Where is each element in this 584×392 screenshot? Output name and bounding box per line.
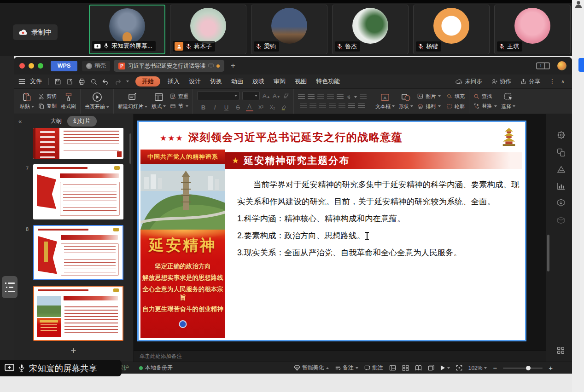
tile-participant-6[interactable]: 王琪 bbox=[494, 5, 571, 54]
tile-participant-2[interactable]: 蒋木子 bbox=[170, 5, 246, 54]
collaborate-button[interactable]: 协作 bbox=[487, 78, 515, 86]
clear-format-icon[interactable] bbox=[283, 93, 289, 99]
comments-button[interactable]: 批注 bbox=[364, 364, 383, 372]
menu-file[interactable]: 文件 bbox=[25, 77, 47, 86]
shapes-button[interactable]: 形状 bbox=[399, 93, 413, 110]
print-icon[interactable] bbox=[78, 78, 85, 85]
tab-outline[interactable]: 大纲 bbox=[50, 117, 62, 125]
notes-bar[interactable]: 单击此处添加备注 bbox=[134, 351, 546, 362]
download-tool-icon[interactable] bbox=[557, 199, 565, 208]
document-tab[interactable]: P 习近平总书记延安之行讲话导读 bbox=[114, 60, 224, 72]
collapse-ribbon-icon[interactable]: ∧ bbox=[560, 79, 567, 85]
menu-special-features[interactable]: 特色功能 bbox=[311, 77, 345, 86]
menu-view[interactable]: 视图 bbox=[290, 77, 311, 86]
new-slide-button[interactable]: 新建幻灯片 bbox=[118, 92, 147, 110]
view-reading-button[interactable] bbox=[415, 365, 422, 371]
participants-panel-icon[interactable] bbox=[574, 0, 583, 8]
text-direction-icon[interactable]: A bbox=[346, 94, 357, 100]
increase-font-icon[interactable]: A▲ bbox=[263, 92, 270, 99]
slide-thumbnail-7[interactable] bbox=[33, 164, 123, 219]
layout-switch-icon[interactable]: 1 bbox=[536, 62, 550, 69]
shape-switch-icon[interactable] bbox=[557, 148, 566, 157]
replace-button[interactable]: AB 替换 bbox=[473, 103, 497, 110]
cut-button[interactable]: 剪切 bbox=[38, 93, 57, 100]
slide-thumbnail-9-current[interactable] bbox=[33, 286, 123, 341]
hamburger-icon[interactable] bbox=[18, 79, 25, 84]
justify-icon[interactable] bbox=[329, 103, 336, 109]
align-right-icon[interactable] bbox=[319, 103, 326, 109]
fit-slide-button[interactable] bbox=[456, 365, 462, 371]
more-menu-icon[interactable]: ⋮ bbox=[545, 78, 559, 85]
tile-participant-5[interactable]: 杨锴 bbox=[413, 5, 490, 54]
menu-transition[interactable]: 切换 bbox=[205, 77, 227, 86]
bullet-list-icon[interactable] bbox=[298, 94, 305, 100]
resource-box-icon[interactable] bbox=[557, 216, 565, 224]
slide-body-text[interactable]: 当前学界对于延安精神的研究多集中于延安精神的科学内涵、要素构成、现实关系和作风建… bbox=[237, 176, 520, 261]
undo-icon[interactable] bbox=[102, 79, 109, 85]
slide-thumbnail-8[interactable] bbox=[33, 225, 123, 280]
quick-toolbar-dropdown-icon[interactable] bbox=[126, 81, 129, 82]
numbered-list-icon[interactable] bbox=[308, 94, 315, 100]
view-normal-button[interactable] bbox=[389, 365, 396, 371]
save-icon[interactable] bbox=[54, 78, 61, 85]
editor-scrollbar[interactable] bbox=[547, 235, 549, 271]
font-name-input[interactable] bbox=[197, 91, 239, 100]
zoom-slider-knob[interactable] bbox=[526, 366, 531, 370]
smart-beautify-button[interactable]: 智能美化 bbox=[294, 364, 329, 372]
section-button[interactable]: 节 bbox=[170, 103, 188, 110]
print-preview-icon[interactable] bbox=[90, 78, 97, 85]
new-tab-button[interactable]: + bbox=[231, 61, 235, 70]
play-from-current-button[interactable]: 当页开始 bbox=[85, 92, 109, 110]
zoom-out-button[interactable]: − bbox=[493, 364, 497, 372]
select-button[interactable]: 选择 bbox=[501, 93, 515, 110]
local-backup-status[interactable]: 本地备份开 bbox=[139, 364, 173, 372]
tile-participant-1[interactable]: 宋知寰的屏幕... bbox=[89, 5, 165, 54]
sync-status-button[interactable]: 未同步 bbox=[451, 78, 486, 86]
redo-icon[interactable] bbox=[114, 79, 121, 85]
pyramid-tool-icon[interactable] bbox=[557, 166, 566, 173]
docer-tab[interactable]: 稻壳 bbox=[82, 61, 110, 71]
collapse-panel-icon[interactable]: « bbox=[18, 118, 22, 125]
layout-button[interactable]: 版式 bbox=[152, 93, 166, 110]
wps-home-tab[interactable]: WPS bbox=[51, 61, 77, 71]
increase-indent-icon[interactable] bbox=[327, 94, 334, 100]
char-shading-button[interactable]: A bbox=[246, 103, 253, 111]
menu-design[interactable]: 设计 bbox=[184, 77, 205, 86]
menu-insert[interactable]: 插入 bbox=[163, 77, 184, 86]
zoom-level[interactable]: 102% bbox=[468, 365, 487, 371]
slide-title[interactable]: ★★★ 深刻领会习近平总书记延安之行的战略意蕴 bbox=[160, 130, 403, 144]
columns-icon[interactable] bbox=[360, 94, 367, 100]
menu-home-active[interactable]: 开始 bbox=[135, 76, 160, 86]
menu-slideshow[interactable]: 放映 bbox=[248, 77, 269, 86]
add-slide-button[interactable]: + bbox=[14, 345, 133, 356]
outline-button[interactable]: 轮廓 bbox=[446, 103, 465, 110]
font-size-input[interactable] bbox=[242, 91, 260, 100]
fill-button[interactable]: 填充 bbox=[446, 93, 465, 100]
menu-review[interactable]: 审阅 bbox=[269, 77, 290, 86]
view-sorter-button[interactable] bbox=[402, 365, 409, 371]
textbox-button[interactable]: A 文本框 bbox=[375, 93, 395, 110]
highlight-button[interactable] bbox=[280, 104, 287, 110]
chart-tool-icon[interactable] bbox=[557, 182, 566, 190]
italic-button[interactable]: I bbox=[211, 104, 219, 111]
zoom-slider[interactable] bbox=[503, 368, 543, 369]
slide-thumbnail-partial[interactable] bbox=[33, 128, 123, 159]
distribute-icon[interactable] bbox=[339, 103, 345, 109]
floating-outline-handle[interactable] bbox=[2, 276, 18, 298]
export-pdf-icon[interactable] bbox=[66, 78, 73, 85]
export-long-image-button[interactable] bbox=[428, 365, 434, 371]
workspace-grid-icon[interactable] bbox=[557, 346, 565, 354]
minimize-window-button[interactable] bbox=[29, 63, 34, 69]
tile-participant-3[interactable]: 梁钧 bbox=[251, 5, 327, 54]
line-spacing-icon[interactable] bbox=[337, 94, 344, 100]
maximize-window-button[interactable] bbox=[38, 63, 43, 69]
align-center-icon[interactable] bbox=[310, 103, 316, 109]
play-slideshow-button[interactable] bbox=[440, 365, 450, 371]
share-button[interactable]: 分享 bbox=[516, 78, 544, 86]
bold-button[interactable]: B bbox=[200, 104, 207, 111]
tile-participant-4[interactable]: 鲁杰 bbox=[332, 5, 409, 54]
strikethrough-button[interactable]: S bbox=[234, 104, 242, 111]
superscript-button[interactable]: X² bbox=[257, 104, 265, 110]
slide-canvas[interactable]: ★★★ 深刻领会习近平总书记延安之行的战略意蕴 中国共产党人的精神谱系 ★ 延安… bbox=[137, 121, 526, 341]
recording-indicator[interactable]: 录制中 bbox=[13, 24, 58, 40]
